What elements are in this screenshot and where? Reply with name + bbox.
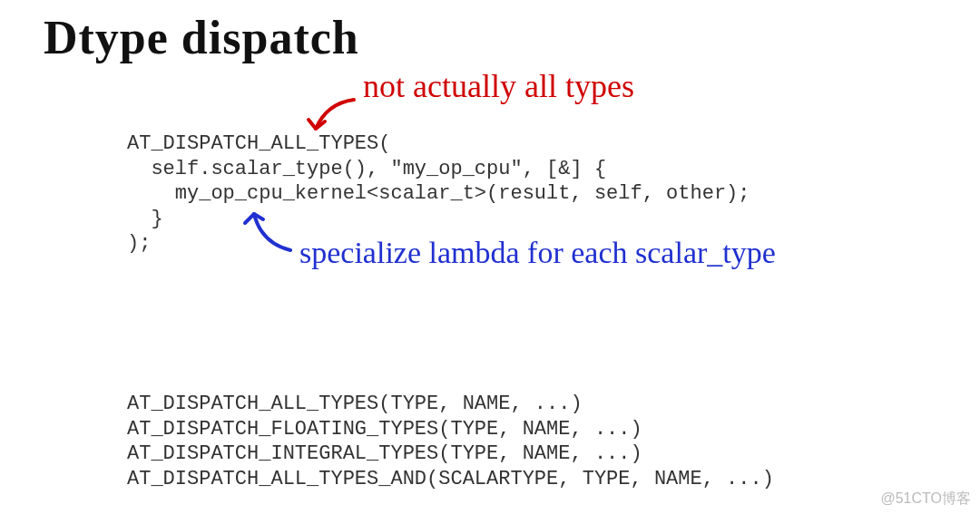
page-title: Dtype dispatch [44, 11, 359, 64]
watermark-text: @51CTO博客 [880, 490, 971, 509]
code-dispatch-variants: AT_DISPATCH_ALL_TYPES(TYPE, NAME, ...) A… [127, 392, 774, 491]
arrow-blue-icon [236, 198, 309, 261]
annotation-not-all-types: not actually all types [363, 67, 634, 105]
annotation-specialize-lambda: specialize lambda for each scalar_type [299, 236, 776, 270]
